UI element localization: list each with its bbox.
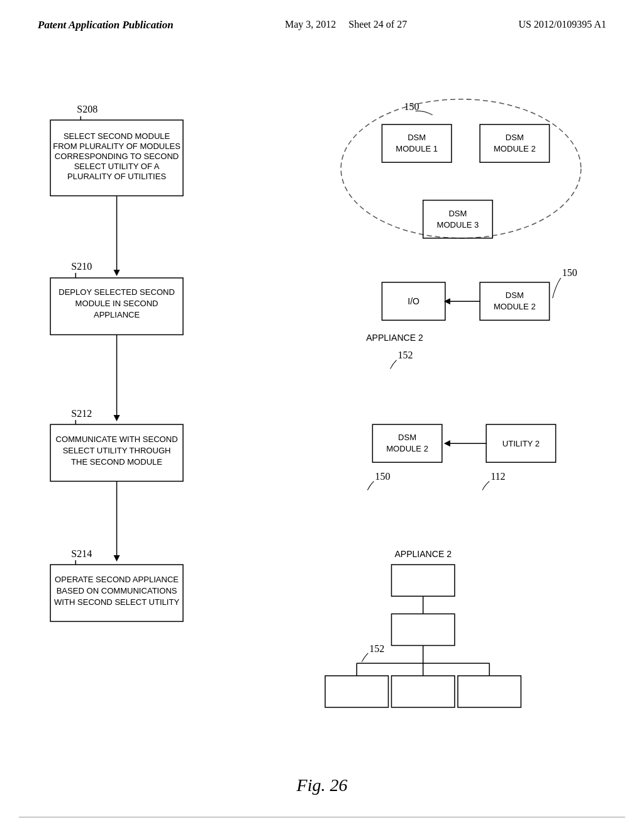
io-text: I/O <box>408 296 419 306</box>
appliance2-label-1: APPLIANCE 2 <box>366 333 423 343</box>
dsm-module-2c-box <box>372 424 441 462</box>
ref-150c-line <box>367 481 374 490</box>
ref-152b-line <box>362 653 368 662</box>
publication-title: Patent Application Publication <box>38 18 174 33</box>
publication-date-sheet: May 3, 2012 Sheet 24 of 27 <box>285 18 407 31</box>
publication-date: May 3, 2012 <box>285 19 336 30</box>
figure-26-svg: S208 SELECT SECOND MODULE FROM PLURALITY… <box>31 69 613 780</box>
dsm-module-2a-text-1: DSM <box>506 133 524 142</box>
dsm-module-2a-text-2: MODULE 2 <box>494 144 536 153</box>
dsm-module-2c-text-2: MODULE 2 <box>386 444 428 453</box>
dsm-module-2b-text-2: MODULE 2 <box>494 302 536 311</box>
diagram-area: S208 SELECT SECOND MODULE FROM PLURALITY… <box>31 69 613 780</box>
dsm-module-2c-text-1: DSM <box>398 433 416 442</box>
ref-150b: 150 <box>562 267 577 278</box>
appliance2-label-2: APPLIANCE 2 <box>394 549 452 559</box>
sheet-info: Sheet 24 of 27 <box>348 19 407 30</box>
ref-150c: 150 <box>375 471 390 482</box>
s210-text-3: APPLIANCE <box>94 310 140 319</box>
s212-text-1: COMMUNICATE WITH SECOND <box>56 434 178 444</box>
dsm-module-3-text-1: DSM <box>448 209 467 218</box>
s214-text-3: WITH SECOND SELECT UTILITY <box>54 597 179 607</box>
ref-152a: 152 <box>398 350 413 360</box>
s210-text-1: DEPLOY SELECTED SECOND <box>58 287 175 297</box>
bottom-separator <box>19 817 625 817</box>
dsm-module-2b-box <box>480 282 549 320</box>
dsm-module-2b-text-1: DSM <box>506 290 524 300</box>
s208-text-3: CORRESPONDING TO SECOND <box>55 152 179 161</box>
ref-152b: 152 <box>369 643 384 654</box>
appliance2-top-box <box>391 565 454 596</box>
appliance2-bot-right-box <box>458 676 521 707</box>
s214-text-2: BASED ON COMMUNICATIONS <box>57 586 177 595</box>
publication-number: US 2012/0109395 A1 <box>518 18 606 31</box>
page-header: Patent Application Publication May 3, 20… <box>0 0 644 33</box>
s214-text-1: OPERATE SECOND APPLIANCE <box>55 575 179 584</box>
s212-label: S212 <box>71 408 92 419</box>
arrowhead-s210-s212 <box>114 415 120 421</box>
dsm-module-3-box <box>423 200 492 238</box>
ref-150b-line <box>553 278 561 298</box>
s208-text-2: FROM PLURALITY OF MODULES <box>53 141 180 151</box>
dsm-module-1-text-1: DSM <box>408 133 426 142</box>
ref-150a: 150 <box>404 101 419 112</box>
s208-text-1: SELECT SECOND MODULE <box>64 131 170 141</box>
arrowhead-utility2-dsm2c <box>444 440 450 446</box>
dsm-module-1-box <box>382 124 451 162</box>
s208-text-4: SELECT UTILITY OF A <box>74 162 160 171</box>
s212-text-2: SELECT UTILITY THROUGH <box>63 446 171 455</box>
ref-112: 112 <box>491 471 505 482</box>
patent-page: Patent Application Publication May 3, 20… <box>0 0 644 830</box>
appliance2-bot-center-box <box>391 676 454 707</box>
arrowhead-s208-s210 <box>114 270 120 276</box>
dsm-module-1-text-2: MODULE 1 <box>396 144 438 153</box>
s208-text-5: PLURALITY OF UTILITIES <box>67 172 166 181</box>
s208-label: S208 <box>77 104 97 114</box>
appliance2-mid-box <box>391 614 454 645</box>
ref-112-line <box>482 481 489 490</box>
utility2-text: UTILITY 2 <box>502 439 540 448</box>
ref-152a-line <box>390 360 396 369</box>
s210-text-2: MODULE IN SECOND <box>75 299 158 308</box>
dsm-module-3-text-2: MODULE 3 <box>437 220 479 230</box>
s214-label: S214 <box>71 548 92 559</box>
figure-caption: Fig. 26 <box>0 775 644 795</box>
arrowhead-s212-s214 <box>114 555 120 562</box>
appliance2-bot-left-box <box>325 676 388 707</box>
dsm-module-2a-box <box>480 124 549 162</box>
s210-label: S210 <box>71 261 92 272</box>
s212-text-3: THE SECOND MODULE <box>71 457 162 467</box>
